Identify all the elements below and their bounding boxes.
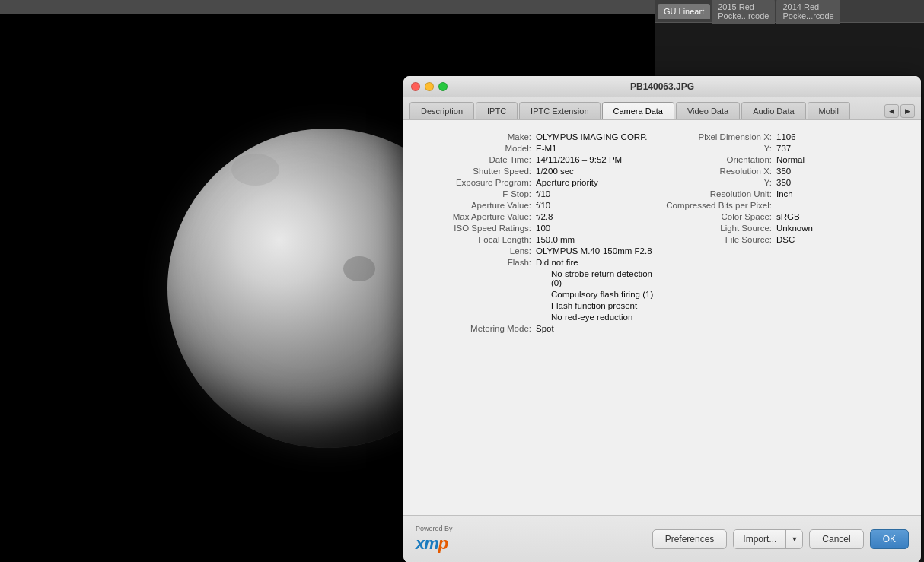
field-file-source: File Source: DSC bbox=[662, 235, 903, 244]
field-pixel-y: Y: 737 bbox=[662, 144, 903, 153]
tab-scroll-left[interactable]: ◀ bbox=[884, 104, 899, 118]
label-compressed-bits: Compressed Bits per Pixel: bbox=[662, 201, 776, 210]
dialog-titlebar: PB140063.JPG bbox=[403, 76, 921, 97]
tab-iptc-extension[interactable]: IPTC Extension bbox=[519, 102, 600, 119]
field-flash: Flash: Did not fire bbox=[422, 258, 662, 267]
value-metering: Spot bbox=[536, 324, 554, 333]
maximize-button[interactable] bbox=[438, 82, 448, 91]
field-aperture: Aperture Value: f/10 bbox=[422, 201, 662, 210]
label-res-y: Y: bbox=[662, 178, 776, 187]
value-orientation: Normal bbox=[776, 155, 805, 164]
value-res-x: 350 bbox=[776, 167, 791, 176]
field-color-space: Color Space: sRGB bbox=[662, 212, 903, 221]
field-exposure: Exposure Program: Aperture priority bbox=[422, 178, 662, 187]
field-orientation: Orientation: Normal bbox=[662, 155, 903, 164]
value-exposure: Aperture priority bbox=[536, 178, 598, 187]
label-color-space: Color Space: bbox=[662, 212, 776, 221]
value-lens: OLYMPUS M.40-150mm F2.8 bbox=[536, 246, 652, 256]
cancel-button[interactable]: Cancel bbox=[809, 529, 863, 549]
label-exposure: Exposure Program: bbox=[422, 178, 536, 187]
label-file-source: File Source: bbox=[662, 235, 776, 244]
value-model: E-M1 bbox=[536, 144, 556, 153]
field-focal-length: Focal Length: 150.0 mm bbox=[422, 235, 662, 244]
tab-audio-data[interactable]: Audio Data bbox=[741, 102, 805, 119]
import-button-wrapper: Import... ▼ bbox=[733, 529, 803, 549]
field-iso: ISO Speed Ratings: 100 bbox=[422, 224, 662, 233]
value-datetime: 14/11/2016 – 9:52 PM bbox=[536, 155, 622, 164]
field-light-source: Light Source: Unknown bbox=[662, 224, 903, 233]
label-model: Model: bbox=[422, 144, 536, 153]
dialog-tabs: Description IPTC IPTC Extension Camera D… bbox=[403, 97, 921, 120]
value-shutter: 1/200 sec bbox=[536, 167, 574, 176]
value-file-source: DSC bbox=[776, 235, 795, 244]
left-column: Make: OLYMPUS IMAGING CORP. Model: E-M1 … bbox=[422, 132, 662, 335]
flash-subitem-0: No strobe return detection (0) bbox=[422, 269, 662, 287]
field-max-aperture: Max Aperture Value: f/2.8 bbox=[422, 212, 662, 221]
value-make: OLYMPUS IMAGING CORP. bbox=[536, 132, 648, 141]
content-columns: Make: OLYMPUS IMAGING CORP. Model: E-M1 … bbox=[422, 132, 903, 335]
close-button[interactable] bbox=[411, 82, 420, 91]
ok-button[interactable]: OK bbox=[870, 529, 909, 549]
value-fstop: f/10 bbox=[536, 189, 550, 198]
tab-description[interactable]: Description bbox=[409, 102, 474, 119]
value-max-aperture: f/2.8 bbox=[536, 212, 553, 221]
right-tab-2015-red[interactable]: 2015 RedPocke...rcode bbox=[712, 0, 775, 24]
value-pixel-y: 737 bbox=[776, 144, 791, 153]
tab-iptc[interactable]: IPTC bbox=[476, 102, 518, 119]
label-make: Make: bbox=[422, 132, 536, 141]
label-pixel-y: Y: bbox=[662, 144, 776, 153]
traffic-lights bbox=[411, 82, 448, 91]
value-res-y: 350 bbox=[776, 178, 791, 187]
field-datetime: Date Time: 14/11/2016 – 9:52 PM bbox=[422, 155, 662, 164]
xmp-logo-text: xmp bbox=[416, 534, 448, 554]
field-res-unit: Resolution Unit: Inch bbox=[662, 189, 903, 198]
tab-scroll-right[interactable]: ▶ bbox=[900, 104, 915, 118]
field-lens: Lens: OLYMPUS M.40-150mm F2.8 bbox=[422, 246, 662, 256]
field-shutter: Shutter Speed: 1/200 sec bbox=[422, 167, 662, 176]
field-model: Model: E-M1 bbox=[422, 144, 662, 153]
flash-subitem-2: Flash function present bbox=[422, 301, 662, 310]
label-metering: Metering Mode: bbox=[422, 324, 536, 333]
label-iso: ISO Speed Ratings: bbox=[422, 224, 536, 233]
right-column: Pixel Dimension X: 1106 Y: 737 Orientati… bbox=[662, 132, 903, 335]
flash-subitem-1: Compulsory flash firing (1) bbox=[422, 290, 662, 299]
value-iso: 100 bbox=[536, 224, 550, 233]
flash-subitem-3: No red-eye reduction bbox=[422, 313, 662, 322]
tab-video-data[interactable]: Video Data bbox=[676, 102, 740, 119]
label-max-aperture: Max Aperture Value: bbox=[422, 212, 536, 221]
label-res-unit: Resolution Unit: bbox=[662, 189, 776, 198]
tab-arrow-controls: ◀ ▶ bbox=[884, 102, 915, 119]
tab-mobil[interactable]: Mobil bbox=[808, 102, 850, 119]
preferences-button[interactable]: Preferences bbox=[652, 529, 728, 549]
import-button[interactable]: Import... bbox=[734, 530, 786, 548]
label-res-x: Resolution X: bbox=[662, 167, 776, 176]
label-shutter: Shutter Speed: bbox=[422, 167, 536, 176]
xmp-logo: Powered By xmp bbox=[416, 525, 453, 554]
value-flash: Did not fire bbox=[536, 258, 578, 267]
label-focal-length: Focal Length: bbox=[422, 235, 536, 244]
value-focal-length: 150.0 mm bbox=[536, 235, 575, 244]
right-tab-2014-red[interactable]: 2014 RedPocke...rcode bbox=[776, 0, 840, 24]
value-light-source: Unknown bbox=[776, 224, 813, 233]
label-fstop: F-Stop: bbox=[422, 189, 536, 198]
minimize-button[interactable] bbox=[425, 82, 434, 91]
tab-camera-data[interactable]: Camera Data bbox=[602, 102, 674, 119]
file-info-dialog: PB140063.JPG Description IPTC IPTC Exten… bbox=[403, 76, 921, 562]
field-fstop: F-Stop: f/10 bbox=[422, 189, 662, 198]
right-tab-gu-lineart[interactable]: GU Lineart bbox=[658, 4, 710, 19]
label-lens: Lens: bbox=[422, 246, 536, 256]
bottom-buttons: Preferences Import... ▼ Cancel OK bbox=[652, 529, 909, 549]
dialog-bottom: Powered By xmp Preferences Import... ▼ C… bbox=[403, 515, 921, 562]
field-compressed-bits: Compressed Bits per Pixel: bbox=[662, 201, 903, 210]
value-aperture: f/10 bbox=[536, 201, 550, 210]
field-metering: Metering Mode: Spot bbox=[422, 324, 662, 333]
dialog-title: PB140063.JPG bbox=[630, 81, 694, 92]
label-orientation: Orientation: bbox=[662, 155, 776, 164]
field-make: Make: OLYMPUS IMAGING CORP. bbox=[422, 132, 662, 141]
powered-by-text: Powered By bbox=[416, 525, 453, 532]
label-light-source: Light Source: bbox=[662, 224, 776, 233]
value-pixel-x: 1106 bbox=[776, 132, 796, 141]
field-res-x: Resolution X: 350 bbox=[662, 167, 903, 176]
import-dropdown-button[interactable]: ▼ bbox=[786, 530, 802, 548]
dialog-content: Make: OLYMPUS IMAGING CORP. Model: E-M1 … bbox=[403, 120, 921, 515]
